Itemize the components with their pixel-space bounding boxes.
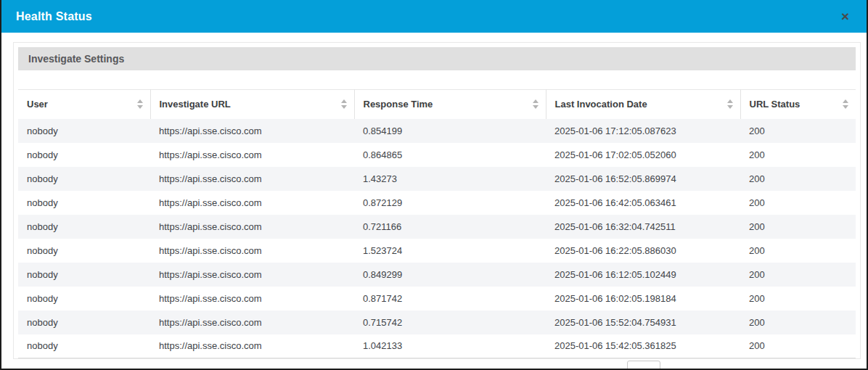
cell-response_time: 0.721166 [354,215,546,239]
cell-last_invocation_date: 2025-01-06 17:12:05.087623 [546,119,740,143]
cell-last_invocation_date: 2025-01-06 16:12:05.102449 [546,263,740,287]
cell-url_status: 200 [740,167,856,191]
cell-url: https://api.sse.cisco.com [150,119,354,143]
cell-last_invocation_date: 2025-01-06 16:42:05.063461 [546,191,740,215]
close-icon[interactable]: × [838,8,852,25]
sort-icon[interactable] [137,99,143,109]
cell-url_status: 200 [740,263,856,287]
cell-user: nobody [18,143,150,167]
health-status-table-wrap: User Investigate URL R [18,89,856,358]
cell-last_invocation_date: 2025-01-06 16:22:05.886030 [546,239,740,263]
column-header-label: Investigate URL [160,99,231,110]
cell-url_status: 200 [740,215,856,239]
cell-url: https://api.sse.cisco.com [150,334,354,358]
cell-response_time: 0.864865 [354,143,546,167]
column-header-response-time[interactable]: Response Time [354,90,546,119]
sort-icon[interactable] [843,99,848,109]
table-row: nobodyhttps://api.sse.cisco.com1.5237242… [18,239,856,263]
table-row: nobodyhttps://api.sse.cisco.com0.8721292… [18,191,856,215]
sort-icon[interactable] [727,99,733,109]
cell-user: nobody [18,215,150,239]
section-heading: Investigate Settings [18,47,856,70]
cell-url: https://api.sse.cisco.com [150,263,354,287]
cell-response_time: 0.849299 [354,263,546,287]
column-header-last-invocation-date[interactable]: Last Invocation Date [546,90,740,119]
cell-url_status: 200 [740,287,856,311]
cell-user: nobody [18,334,150,358]
investigate-settings-panel: Investigate Settings User [13,42,861,359]
table-row: nobodyhttps://api.sse.cisco.com0.8492992… [18,263,856,287]
cell-last_invocation_date: 2025-01-06 16:02:05.198184 [546,287,740,311]
table-row: nobodyhttps://api.sse.cisco.com0.8541992… [18,119,856,143]
cell-user: nobody [18,167,150,191]
cell-url_status: 200 [740,119,856,143]
cell-url: https://api.sse.cisco.com [150,287,354,311]
column-header-label: URL Status [750,99,801,110]
cell-response_time: 0.871742 [354,287,546,311]
column-header-url-status[interactable]: URL Status [740,90,856,119]
table-row: nobodyhttps://api.sse.cisco.com0.8648652… [18,143,856,167]
cell-response_time: 1.43273 [354,167,546,191]
cell-url_status: 200 [740,334,856,358]
table-row: nobodyhttps://api.sse.cisco.com0.7157422… [18,311,856,334]
cell-user: nobody [18,119,150,143]
table-row: nobodyhttps://api.sse.cisco.com0.8717422… [18,287,856,311]
cell-url_status: 200 [740,311,856,334]
table-row: nobodyhttps://api.sse.cisco.com1.4327320… [18,167,856,191]
cell-url: https://api.sse.cisco.com [150,167,354,191]
column-header-user[interactable]: User [18,90,150,119]
cell-last_invocation_date: 2025-01-06 15:52:04.754931 [546,311,740,334]
modal-body: Investigate Settings User [1,33,867,359]
column-header-investigate-url[interactable]: Investigate URL [150,90,354,119]
table-body: nobodyhttps://api.sse.cisco.com0.8541992… [18,119,856,358]
cell-response_time: 1.042133 [354,334,546,358]
cell-user: nobody [18,239,150,263]
cell-user: nobody [18,263,150,287]
cell-user: nobody [18,311,150,334]
cell-url: https://api.sse.cisco.com [150,143,354,167]
column-header-label: Response Time [364,99,433,110]
table-header-row: User Investigate URL R [18,90,856,119]
cell-url_status: 200 [740,239,856,263]
pagination-button[interactable] [627,361,660,370]
cell-response_time: 0.854199 [354,119,546,143]
health-status-table: User Investigate URL R [18,89,856,358]
cell-url: https://api.sse.cisco.com [150,239,354,263]
column-header-label: Last Invocation Date [555,99,647,110]
cell-response_time: 0.715742 [354,311,546,334]
column-header-label: User [27,99,48,110]
cell-url_status: 200 [740,143,856,167]
section-title: Investigate Settings [28,53,124,65]
cell-last_invocation_date: 2025-01-06 16:52:05.869974 [546,167,740,191]
cell-response_time: 1.523724 [354,239,546,263]
cell-url: https://api.sse.cisco.com [150,191,354,215]
modal-titlebar: Health Status × [1,0,867,33]
cell-last_invocation_date: 2025-01-06 17:02:05.052060 [546,143,740,167]
cell-response_time: 0.872129 [354,191,546,215]
sort-icon[interactable] [341,99,347,109]
cell-last_invocation_date: 2025-01-06 15:42:05.361825 [546,334,740,358]
modal-title: Health Status [16,10,92,23]
cell-url: https://api.sse.cisco.com [150,215,354,239]
table-row: nobodyhttps://api.sse.cisco.com0.7211662… [18,215,856,239]
sort-icon[interactable] [533,99,539,109]
cell-user: nobody [18,287,150,311]
cell-user: nobody [18,191,150,215]
cell-url: https://api.sse.cisco.com [150,311,354,334]
cell-last_invocation_date: 2025-01-06 16:32:04.742511 [546,215,740,239]
table-row: nobodyhttps://api.sse.cisco.com1.0421332… [18,334,856,358]
cell-url_status: 200 [740,191,856,215]
health-status-modal: { "modal": { "title": "Health Status", "… [0,0,868,370]
